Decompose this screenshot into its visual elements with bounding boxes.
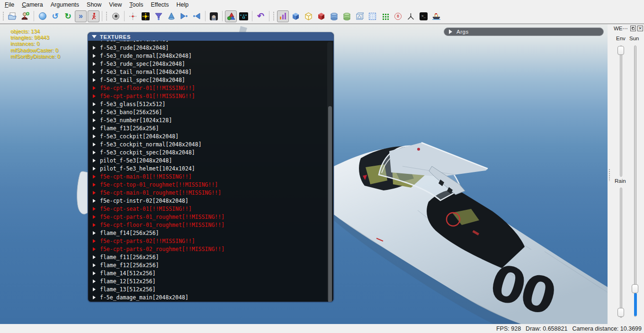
bar-chart-icon[interactable] <box>277 10 289 22</box>
texture-item[interactable]: flame_f13[256x256] <box>88 124 333 132</box>
playback-icon[interactable]: » <box>75 10 87 22</box>
texture-item[interactable]: flame_f12[256x256] <box>88 261 333 269</box>
decal-icon[interactable]: 8 <box>392 10 404 22</box>
cone-icon[interactable] <box>165 10 177 22</box>
step-back-icon[interactable] <box>191 10 203 22</box>
texture-item[interactable]: f-5e_damage_main[2048x2048] <box>88 293 333 301</box>
texture-item-label: f5e-cpt-instr-02[2048x2048] <box>100 198 188 204</box>
texture-item-label: f-5e3_cockpit[2048x2048] <box>100 133 179 140</box>
expand-triangle-icon <box>93 110 96 114</box>
sun-slider-thumb[interactable] <box>632 284 638 293</box>
texture-item[interactable]: flame_13[512x256] <box>88 285 333 293</box>
toolbar-separator <box>205 11 206 21</box>
cube-solid-blue-icon[interactable] <box>290 10 302 22</box>
sun-slider-track[interactable] <box>634 45 636 317</box>
close-icon[interactable]: ✕ <box>637 26 643 31</box>
menu-tools[interactable]: Tools <box>125 1 147 9</box>
walk-icon[interactable] <box>88 10 99 22</box>
texture-item[interactable]: f-5e3_rude[2048x2048] <box>88 44 333 52</box>
texture-item[interactable]: flame_12[512x256] <box>88 277 333 285</box>
expand-triangle-icon <box>93 159 96 162</box>
restore-icon[interactable] <box>630 26 636 31</box>
cockpit-icon[interactable] <box>238 10 250 22</box>
shapes-icon[interactable] <box>225 10 237 22</box>
texture-item[interactable]: f-5e3_tail_spec[2048x2048] <box>88 76 333 84</box>
texture-item[interactable]: f-5e3_cockpit_spec[2048x2048] <box>88 148 333 156</box>
avatar-icon[interactable] <box>208 10 220 22</box>
texture-item[interactable]: f5e-cpt-parts-01_roughmet[!!MISSING!!] <box>88 213 333 221</box>
ship-icon[interactable] <box>430 10 442 22</box>
sync-icon[interactable]: ↺ <box>49 10 61 22</box>
track-point-icon[interactable] <box>127 10 139 22</box>
env-slider-track[interactable] <box>620 45 622 177</box>
axes-icon[interactable] <box>405 10 417 22</box>
toolbar-grip[interactable] <box>273 11 275 21</box>
wireframe-cube-icon[interactable] <box>354 10 366 22</box>
menu-help[interactable]: Help <box>172 1 192 9</box>
texture-item[interactable]: f5e-cpt-main-01_roughmet[!!MISSING!!] <box>88 189 333 197</box>
rain-slider-track[interactable] <box>620 188 622 318</box>
texture-item[interactable]: f-5e3_bano[256x256] <box>88 108 333 116</box>
texture-item-label: f5e-cpt-main-01_roughmet[!!MISSING!!] <box>100 189 221 196</box>
grid-cross-icon[interactable] <box>140 10 152 22</box>
texture-item[interactable]: pilot_f-5e3[2048x2048] <box>88 156 333 164</box>
texture-item[interactable]: f-5e3_tail_normal[2048x2048] <box>88 68 333 76</box>
menu-file[interactable]: File <box>1 1 18 9</box>
texture-item[interactable]: f5e-cpt-parts-01[!!MISSING!!] <box>88 92 333 100</box>
texture-item[interactable]: f-5e3_rude_normal[2048x2048] <box>88 52 333 60</box>
texture-item[interactable]: flame_f11[256x256] <box>88 253 333 261</box>
texture-item-label: f-5e_damage_main[2048x2048] <box>100 294 188 301</box>
expand-triangle-icon <box>93 126 96 130</box>
texture-item[interactable]: f-5e3_cockpit[2048x2048] <box>88 132 333 140</box>
undo-icon[interactable]: ↶ <box>255 10 267 22</box>
dot-grid-icon[interactable] <box>379 10 391 22</box>
texture-item[interactable]: f-5e3_number[1024x128] <box>88 116 333 124</box>
textures-scrollbar-thumb[interactable] <box>328 106 332 302</box>
textures-scrollbar-track[interactable] <box>327 42 332 302</box>
cube-red-icon[interactable] <box>315 10 327 22</box>
menu-show[interactable]: Show <box>83 1 105 9</box>
texture-item[interactable]: flame_f14[256x256] <box>88 229 333 237</box>
cylinder-blue-icon[interactable] <box>328 10 340 22</box>
texture-item[interactable]: f5e-cpt-floor-01_roughmet[!!MISSING!!] <box>88 221 333 229</box>
texture-item[interactable]: f-5e3_rude_spec[2048x2048] <box>88 60 333 68</box>
open-file-icon[interactable] <box>7 10 18 22</box>
expand-triangle-icon <box>93 255 96 259</box>
sidebar-grip[interactable] <box>608 169 610 181</box>
console-icon[interactable]: >_ <box>418 10 429 22</box>
args-panel-header[interactable]: Args <box>444 27 604 36</box>
texture-item[interactable]: f5e-cpt-parts-02_roughmet[!!MISSING!!] <box>88 245 333 253</box>
texture-item[interactable]: f-5e3_glass[512x512] <box>88 100 333 108</box>
texture-item[interactable]: f5e-cpt-main-01[!!MISSING!!] <box>88 172 333 180</box>
menu-view[interactable]: View <box>105 1 125 9</box>
funnel-icon[interactable] <box>152 10 164 22</box>
webcam-icon[interactable] <box>110 10 122 22</box>
texture-item[interactable]: f5e-cpt-floor-01[!!MISSING!!] <box>88 84 333 92</box>
sphere-icon[interactable] <box>36 10 48 22</box>
menu-effects[interactable]: Effects <box>147 1 172 9</box>
menu-arguments[interactable]: Arguments <box>47 1 83 9</box>
toolbar-grip[interactable] <box>106 11 108 21</box>
cylinder-green-icon[interactable] <box>341 10 353 22</box>
env-slider-thumb[interactable] <box>617 46 624 55</box>
texture-item[interactable]: pilot_f-5e3_helmet[1024x1024] <box>88 164 333 172</box>
add-user-icon[interactable] <box>19 10 31 22</box>
texture-item[interactable]: f5e-cpt-parts-02[!!MISSING!!] <box>88 237 333 245</box>
texture-item-label: f5e-cpt-parts-01_roughmet[!!MISSING!!] <box>100 214 224 220</box>
viewport-3d[interactable]: 00 objects: 134triangles: 98443instances… <box>0 24 608 324</box>
textures-panel-header[interactable]: TEXTURES <box>88 33 333 41</box>
cube-outline-yellow-icon[interactable] <box>303 10 314 22</box>
texture-item-label: pilot_f-5e3_helmet[1024x1024] <box>100 165 195 172</box>
texture-item[interactable]: f5e-cpt-seat-01[!!MISSING!!] <box>88 205 333 213</box>
step-forward-icon[interactable] <box>178 10 190 22</box>
expand-triangle-icon <box>93 279 96 283</box>
refresh-icon[interactable]: ↻ <box>62 10 74 22</box>
texture-item[interactable]: f5e-cpt-instr-02[2048x2048] <box>88 197 333 205</box>
texture-item[interactable]: flame_14[512x256] <box>88 269 333 277</box>
border-grid-icon[interactable] <box>367 10 378 22</box>
texture-item[interactable]: f-5e3_cockpit_normal[2048x2048] <box>88 140 333 148</box>
rain-slider-thumb[interactable] <box>617 308 624 317</box>
menu-camera[interactable]: Camera <box>18 1 46 9</box>
toolbar-grip[interactable] <box>2 11 5 21</box>
texture-item[interactable]: f5e-cpt-top-01_roughmet[!!MISSING!!] <box>88 180 333 189</box>
